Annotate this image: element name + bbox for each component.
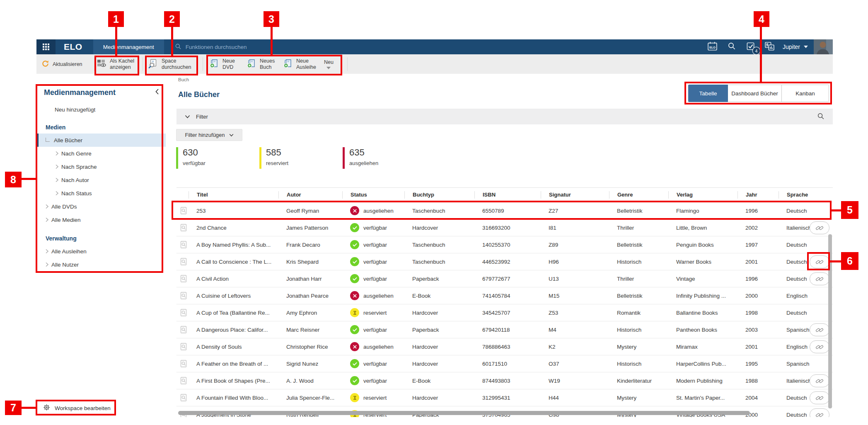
document-preview-icon[interactable]: [177, 274, 189, 283]
refresh-button[interactable]: Aktualisieren: [41, 54, 82, 74]
cell-booktype: Hardcover: [404, 395, 474, 401]
reference-link-button[interactable]: [810, 374, 829, 387]
space-search-icon: [148, 59, 158, 70]
column-header-titel[interactable]: Titel: [189, 191, 278, 199]
sidebar-item-alle-dvds[interactable]: Alle DVDs: [36, 200, 166, 213]
tile-view-button[interactable]: Als Kachelanzeigen: [97, 54, 134, 74]
status-label: verfügbar: [363, 242, 387, 248]
column-header-jahr[interactable]: Jahr: [737, 191, 779, 199]
collapse-sidebar-icon[interactable]: [155, 88, 159, 97]
status-check-icon: [350, 223, 359, 232]
document-preview-icon[interactable]: [177, 308, 189, 317]
tasks-button[interactable]: 4: [741, 39, 760, 54]
function-search[interactable]: Funktionen durchsuchen: [175, 43, 247, 51]
view-switcher: TabelleDashboard BücherKanban: [688, 85, 829, 102]
cell-title: A Fountain Filled With Bloo...: [189, 395, 278, 401]
cell-year: 1995: [737, 361, 779, 367]
reference-link-button[interactable]: [810, 255, 829, 268]
table-row[interactable]: A Cup of Tea (Ballantine Re...Amy Ephron…: [177, 304, 833, 321]
reference-link-button[interactable]: [810, 323, 829, 336]
user-avatar[interactable]: [814, 39, 833, 54]
sidebar-item-nach-status[interactable]: Nach Status: [36, 187, 166, 200]
column-header-sprache[interactable]: Sprache: [779, 191, 833, 199]
table-row[interactable]: A Cuisine of LeftoversJonathan Pearceaus…: [177, 287, 833, 304]
reference-link-button[interactable]: [810, 221, 829, 234]
document-preview-icon[interactable]: [177, 342, 189, 351]
document-preview-icon[interactable]: [177, 291, 189, 300]
table-row[interactable]: A Civil ActionJonathan HarrverfügbarPape…: [177, 270, 833, 287]
sidebar-item-alle-nutzer[interactable]: Alle Nutzer: [36, 258, 166, 271]
column-header-autor[interactable]: Autor: [278, 191, 342, 199]
edit-workspace-label: Workspace bearbeiten: [55, 405, 111, 411]
sidebar-item-alle-medien[interactable]: Alle Medien: [36, 213, 166, 226]
reference-link-button[interactable]: [810, 340, 829, 353]
table-row[interactable]: 2nd ChanceJames PattersonverfügbarHardco…: [177, 219, 833, 236]
table-row[interactable]: A Fountain Filled With Bloo...Julia Spen…: [177, 389, 833, 406]
filter-bar[interactable]: Filter: [177, 109, 833, 124]
new-loan-button[interactable]: NeueAusleihe: [283, 54, 316, 74]
table-row[interactable]: A First Book of Shapes (Pre...A. J. Wood…: [177, 372, 833, 389]
document-preview-icon[interactable]: [177, 206, 189, 215]
status-cross-icon: [350, 291, 359, 300]
edit-workspace-button[interactable]: Workspace bearbeiten: [36, 401, 166, 415]
table-row[interactable]: A Dangerous Place: Califor...Marc Reisne…: [177, 321, 833, 338]
document-preview-icon[interactable]: [177, 257, 189, 266]
chevron-right-icon: [52, 151, 61, 156]
document-preview-icon[interactable]: [177, 240, 189, 249]
table-row[interactable]: 253Geoff RymanausgeliehenTaschenbuch6550…: [177, 202, 833, 219]
workspaces-button[interactable]: [760, 39, 779, 54]
table-row[interactable]: A Boy Named Phyllis: A Sub...Frank Decar…: [177, 236, 833, 253]
table-row[interactable]: A Call to Conscience : The L...Kris Shep…: [177, 253, 833, 270]
add-filter-button[interactable]: Filter hinzufügen: [176, 129, 242, 141]
new-dropdown-button[interactable]: Neu: [324, 54, 334, 74]
search-space-button[interactable]: Spacedurchsuchen: [148, 54, 191, 74]
reference-link-button[interactable]: [810, 391, 829, 404]
reference-link-button[interactable]: [810, 408, 829, 417]
cell-genre: Thriller: [609, 276, 668, 282]
sidebar-item-nach-autor[interactable]: Nach Autor: [36, 173, 166, 187]
new-book-button[interactable]: NeuesBuch: [247, 54, 275, 74]
tab-medienmanagement[interactable]: Medienmanagement: [93, 39, 164, 54]
column-header-verlag[interactable]: Verlag: [668, 191, 737, 199]
reference-link-button[interactable]: [810, 272, 829, 285]
view-tab-dashboard-bücher[interactable]: Dashboard Bücher: [728, 85, 782, 102]
elo-calendar-button[interactable]: ELO: [703, 39, 722, 54]
column-header-signatur[interactable]: Signatur: [541, 191, 609, 199]
global-search-button[interactable]: [722, 39, 741, 54]
chevron-down-icon: [185, 114, 190, 120]
view-tab-kanban[interactable]: Kanban: [782, 85, 829, 102]
column-header-genre[interactable]: Genre: [609, 191, 668, 199]
sidebar-item-neu-hinzugefügt[interactable]: Neu hinzugefügt: [36, 103, 166, 116]
user-menu[interactable]: Jupiter: [779, 44, 814, 50]
document-preview-icon[interactable]: [177, 325, 189, 334]
horizontal-scrollbar[interactable]: [178, 411, 750, 415]
sidebar-item-alle-bücher[interactable]: Alle Bücher: [36, 134, 166, 147]
cell-booktype: E-Book: [404, 378, 474, 384]
new-dropdown-label: Neu: [324, 59, 334, 66]
sidebar-item-nach-sprache[interactable]: Nach Sprache: [36, 160, 166, 173]
document-preview-icon[interactable]: [177, 393, 189, 402]
table-search-icon[interactable]: [817, 112, 824, 121]
chevron-right-icon: [52, 164, 61, 169]
breadcrumb: Buch: [178, 77, 189, 82]
table-row[interactable]: A Feather on the Breath of ...Sigrid Nun…: [177, 355, 833, 372]
sidebar-item-alle-ausleihen[interactable]: Alle Ausleihen: [36, 245, 166, 258]
new-loan-icon: [283, 59, 293, 69]
sidebar-item-nach-genre[interactable]: Nach Genre: [36, 147, 166, 160]
annotation-label-8: 8: [5, 172, 22, 187]
cell-status: ausgeliehen: [342, 291, 404, 300]
annotation-label-7: 7: [5, 401, 22, 415]
document-preview-icon[interactable]: [177, 223, 189, 232]
cell-author: Kris Shepard: [278, 259, 342, 265]
column-header-buchtyp[interactable]: Buchtyp: [404, 191, 474, 199]
view-tab-tabelle[interactable]: Tabelle: [688, 85, 728, 102]
column-header-isbn[interactable]: ISBN: [474, 191, 541, 199]
column-header-status[interactable]: Status: [342, 191, 404, 199]
app-grid-button[interactable]: [36, 39, 56, 54]
table-row[interactable]: A Density of SoulsChristopher Riceausgel…: [177, 338, 833, 355]
cell-title: A Cuisine of Leftovers: [189, 293, 278, 299]
document-preview-icon[interactable]: [177, 359, 189, 368]
cell-author: Frank Decaro: [278, 242, 342, 248]
document-preview-icon[interactable]: [177, 376, 189, 385]
new-dvd-button[interactable]: NeueDVD: [210, 54, 235, 74]
